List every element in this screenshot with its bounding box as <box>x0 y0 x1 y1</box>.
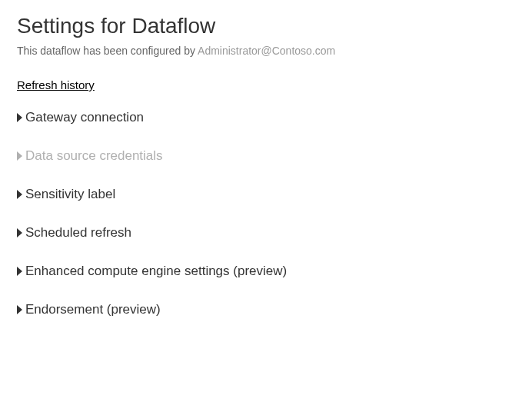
refresh-history-link[interactable]: Refresh history <box>17 78 95 91</box>
section-label-sensitivity: Sensitivity label <box>25 187 115 202</box>
section-label-scheduled: Scheduled refresh <box>25 225 131 241</box>
caret-right-icon <box>17 113 22 122</box>
page-title: Settings for Dataflow <box>17 14 515 38</box>
section-label-endorsement: Endorsement (preview) <box>25 302 161 317</box>
configured-by-email: Administrator@Contoso.com <box>198 45 335 57</box>
caret-right-icon <box>17 190 22 199</box>
section-data-source-credentials: Data source credentials <box>17 148 515 164</box>
section-label-gateway: Gateway connection <box>25 110 144 125</box>
section-scheduled-refresh[interactable]: Scheduled refresh <box>17 225 515 241</box>
caret-right-icon <box>17 151 22 161</box>
section-label-enhanced: Enhanced compute engine settings (previe… <box>25 264 287 279</box>
caret-right-icon <box>17 305 22 314</box>
subtitle: This dataflow has been configured by Adm… <box>17 45 515 57</box>
section-sensitivity-label[interactable]: Sensitivity label <box>17 187 515 202</box>
caret-right-icon <box>17 267 22 276</box>
section-label-datasource: Data source credentials <box>25 148 163 164</box>
section-enhanced-compute[interactable]: Enhanced compute engine settings (previe… <box>17 264 515 279</box>
section-endorsement[interactable]: Endorsement (preview) <box>17 302 515 317</box>
section-gateway-connection[interactable]: Gateway connection <box>17 110 515 125</box>
caret-right-icon <box>17 228 22 237</box>
subtitle-prefix: This dataflow has been configured by <box>17 45 198 57</box>
